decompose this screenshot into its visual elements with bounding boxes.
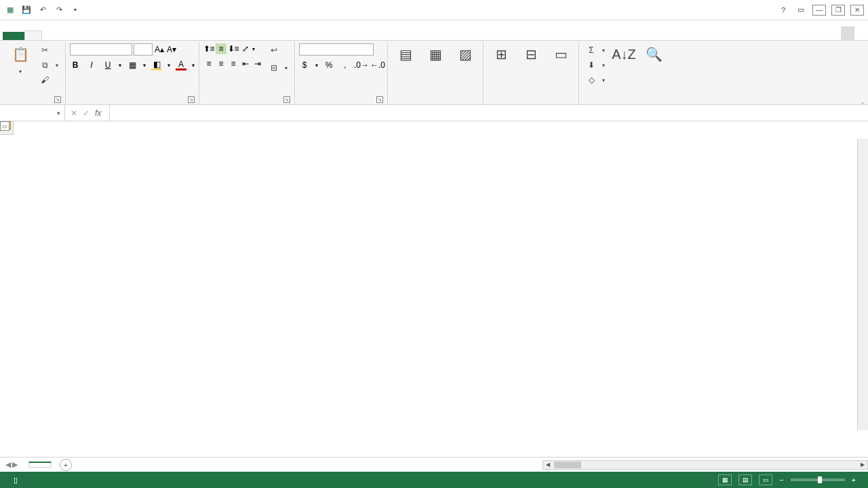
format-painter-button[interactable]: 🖌 (37, 73, 61, 87)
collapse-ribbon-icon[interactable]: ˇ (861, 102, 864, 110)
excel-icon: ▦ (4, 4, 16, 16)
alignment-dialog-icon[interactable]: ↘ (283, 96, 290, 103)
format-icon: ▭ (550, 45, 572, 64)
currency-icon[interactable]: $ (299, 60, 310, 70)
formula-bar-row: ▾ ✕ ✓ fx (0, 105, 868, 121)
bold-icon[interactable]: B (70, 60, 81, 70)
formula-bar[interactable] (110, 105, 868, 121)
group-alignment: ⬆≡ ≡ ⬇≡ ⤢▾ ≡ ≡ ≡ ⇤ ⇥ ↩ ⊟▾ ↘ (199, 42, 295, 104)
autofill-options-icon[interactable]: ▭ (0, 121, 9, 131)
decrease-font-icon[interactable]: A▾ (166, 44, 177, 55)
italic-icon[interactable]: I (86, 60, 97, 70)
align-middle-icon[interactable]: ≡ (216, 43, 226, 54)
sheet-nav-prev-icon[interactable]: ◀ (5, 460, 11, 469)
macro-record-icon[interactable]: ▯ (14, 476, 18, 485)
copy-button[interactable]: ⧉▾ (37, 58, 61, 72)
spreadsheet-grid[interactable]: ✧ ▭ (0, 121, 868, 416)
align-right-icon[interactable]: ≡ (228, 58, 239, 69)
tab-developer[interactable] (140, 32, 156, 40)
tab-page-layout[interactable] (58, 32, 75, 40)
normal-view-icon[interactable]: ▦ (718, 474, 732, 485)
help-icon[interactable]: ? (777, 4, 789, 16)
tab-file[interactable] (3, 32, 24, 40)
tab-home[interactable] (24, 30, 42, 40)
user-name[interactable] (837, 26, 854, 40)
number-dialog-icon[interactable]: ↘ (376, 96, 383, 103)
paste-button[interactable]: 📋▾ (7, 43, 34, 77)
zoom-in-icon[interactable]: + (852, 476, 856, 484)
merge-center-button[interactable]: ⊟▾ (266, 61, 290, 75)
clear-icon: ◇ (586, 75, 597, 85)
align-left-icon[interactable]: ≡ (203, 58, 214, 69)
tab-data[interactable] (91, 32, 107, 40)
font-dialog-icon[interactable]: ↘ (188, 96, 195, 103)
comma-icon[interactable]: , (340, 60, 351, 70)
save-icon[interactable]: 💾 (20, 4, 33, 16)
align-top-icon[interactable]: ⬆≡ (203, 43, 214, 54)
maximize-button[interactable]: ❐ (831, 5, 845, 16)
page-layout-view-icon[interactable]: ▤ (738, 474, 752, 485)
align-bottom-icon[interactable]: ⬇≡ (228, 43, 239, 54)
sort-filter-button[interactable]: A↓Z (610, 43, 637, 68)
format-as-table-button[interactable]: ▦ (422, 43, 449, 68)
undo-icon[interactable]: ↶ (37, 4, 49, 16)
cell-styles-button[interactable]: ▨ (452, 43, 479, 68)
scroll-left-icon[interactable]: ◀ (543, 461, 553, 469)
group-editing: Σ▾ ⬇▾ ◇▾ A↓Z 🔍 (579, 42, 671, 104)
fill-color-icon[interactable]: ◧ (151, 60, 162, 70)
fx-icon[interactable]: fx (95, 108, 101, 118)
autosum-button[interactable]: Σ▾ (583, 43, 608, 57)
sheet-nav-next-icon[interactable]: ▶ (12, 460, 18, 469)
insert-cells-button[interactable]: ⊞ (488, 43, 515, 68)
increase-decimal-icon[interactable]: .0→ (356, 60, 367, 70)
tab-quickbooks[interactable] (156, 32, 172, 40)
border-icon[interactable]: ▦ (127, 60, 138, 70)
zoom-slider[interactable] (791, 479, 845, 481)
align-center-icon[interactable]: ≡ (216, 58, 226, 69)
tab-insert[interactable] (42, 32, 58, 40)
delete-cells-button[interactable]: ⊟ (517, 43, 545, 68)
group-number: $▾ % , .0→ ←.0 ↘ (295, 42, 388, 104)
number-format-input[interactable] (299, 43, 374, 56)
cancel-formula-icon[interactable]: ✕ (71, 108, 77, 118)
orientation-icon[interactable]: ⤢ (240, 43, 251, 54)
close-button[interactable]: ✕ (850, 5, 864, 16)
tab-view[interactable] (123, 32, 140, 40)
tab-review[interactable] (107, 32, 123, 40)
sheet-tab[interactable] (28, 462, 52, 468)
redo-icon[interactable]: ↷ (53, 4, 65, 16)
horizontal-scrollbar[interactable]: ◀ ▶ (542, 460, 868, 470)
percent-icon[interactable]: % (323, 60, 334, 70)
qat-dropdown-icon[interactable]: ▾ (69, 4, 81, 16)
fill-button[interactable]: ⬇▾ (583, 58, 608, 72)
find-select-button[interactable]: 🔍 (640, 43, 667, 68)
increase-font-icon[interactable]: A▴ (154, 44, 165, 55)
scroll-thumb[interactable] (554, 462, 581, 468)
find-icon: 🔍 (643, 45, 665, 64)
format-cells-button[interactable]: ▭ (547, 43, 574, 68)
cut-button[interactable]: ✂ (37, 43, 61, 57)
font-size-input[interactable] (134, 43, 153, 56)
enter-formula-icon[interactable]: ✓ (83, 108, 90, 118)
ribbon-options-icon[interactable]: ▭ (795, 4, 807, 16)
fat-icon: ▦ (425, 45, 446, 64)
tab-formulas[interactable] (75, 32, 91, 40)
name-box[interactable]: ▾ (0, 105, 65, 121)
vertical-scrollbar[interactable] (857, 139, 868, 430)
scroll-right-icon[interactable]: ▶ (858, 461, 867, 469)
sheet-tab-bar: ◀ ▶ + ◀ ▶ (0, 457, 868, 472)
clipboard-dialog-icon[interactable]: ↘ (54, 96, 61, 103)
minimize-button[interactable]: — (812, 5, 826, 16)
page-break-view-icon[interactable]: ▭ (759, 474, 772, 485)
decrease-decimal-icon[interactable]: ←.0 (372, 60, 383, 70)
wrap-text-button[interactable]: ↩ (266, 43, 290, 57)
clear-button[interactable]: ◇▾ (583, 73, 608, 87)
indent-decrease-icon[interactable]: ⇤ (240, 58, 251, 69)
font-color-icon[interactable]: A (176, 60, 186, 70)
font-name-input[interactable] (70, 43, 132, 56)
add-sheet-button[interactable]: + (60, 459, 72, 471)
conditional-formatting-button[interactable]: ▤ (392, 43, 419, 68)
indent-increase-icon[interactable]: ⇥ (252, 58, 263, 69)
underline-icon[interactable]: U (102, 60, 113, 70)
zoom-out-icon[interactable]: − (779, 476, 783, 484)
